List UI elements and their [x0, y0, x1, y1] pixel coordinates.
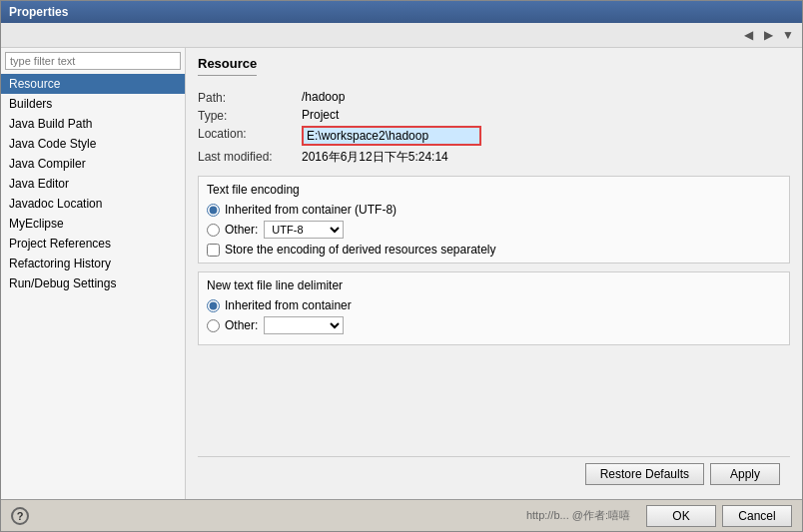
- other-encoding-row: Other: UTF-8 UTF-16 ISO-8859-1: [207, 221, 781, 239]
- sidebar-item-builders[interactable]: Builders: [1, 94, 185, 114]
- title-label: Properties: [9, 5, 68, 19]
- delimiter-select[interactable]: Windows Unix: [264, 316, 344, 334]
- last-modified-value: 2016年6月12日下午5:24:14: [302, 149, 790, 166]
- inherited-encoding-row: Inherited from container (UTF-8): [207, 203, 781, 217]
- dialog-content: Resource Builders Java Build Path Java C…: [1, 48, 802, 499]
- title-bar: Properties: [1, 1, 802, 23]
- spacer: [198, 353, 790, 456]
- path-value: /hadoop: [302, 90, 790, 105]
- restore-defaults-button[interactable]: Restore Defaults: [585, 463, 704, 485]
- sidebar-item-java-compiler[interactable]: Java Compiler: [1, 154, 185, 174]
- other-encoding-radio[interactable]: [207, 224, 220, 237]
- bottom-bar: Restore Defaults Apply: [198, 456, 790, 491]
- location-input[interactable]: [302, 126, 481, 146]
- right-panel: Resource Path: /hadoop Type: Project Loc…: [186, 48, 802, 499]
- text-encoding-section: Text file encoding Inherited from contai…: [198, 176, 790, 264]
- location-label: Location:: [198, 126, 298, 146]
- section-title: Resource: [198, 56, 257, 76]
- sidebar-item-refactoring-history[interactable]: Refactoring History: [1, 254, 185, 273]
- sidebar-item-javadoc-location[interactable]: Javadoc Location: [1, 194, 185, 214]
- inherited-encoding-label: Inherited from container (UTF-8): [225, 203, 397, 217]
- sidebar-item-resource[interactable]: Resource: [1, 74, 185, 94]
- footer-watermark: http://b... @作者:嘻嘻: [526, 508, 630, 523]
- footer-left: ?: [11, 507, 29, 525]
- other-delimiter-label: Other:: [225, 318, 258, 332]
- store-encoding-label: Store the encoding of derived resources …: [225, 243, 496, 257]
- inherited-delimiter-radio[interactable]: [207, 299, 220, 312]
- sidebar-item-java-code-style[interactable]: Java Code Style: [1, 134, 185, 154]
- nav-list: Resource Builders Java Build Path Java C…: [1, 74, 185, 499]
- sidebar-item-run-debug-settings[interactable]: Run/Debug Settings: [1, 273, 185, 293]
- last-modified-label: Last modified:: [198, 149, 298, 166]
- inherited-delimiter-label: Inherited from container: [225, 298, 352, 312]
- menu-button[interactable]: ▼: [778, 25, 798, 45]
- sidebar-item-java-editor[interactable]: Java Editor: [1, 174, 185, 194]
- inherited-encoding-radio[interactable]: [207, 204, 220, 217]
- delimiter-title: New text file line delimiter: [207, 278, 781, 292]
- type-value: Project: [302, 108, 790, 123]
- back-button[interactable]: ◀: [738, 25, 758, 45]
- store-encoding-row: Store the encoding of derived resources …: [207, 243, 781, 257]
- line-delimiter-section: New text file line delimiter Inherited f…: [198, 271, 790, 345]
- inherited-delimiter-row: Inherited from container: [207, 298, 781, 312]
- location-value: [302, 126, 790, 146]
- sidebar-item-myeclipse[interactable]: MyEclipse: [1, 214, 185, 234]
- sidebar-item-project-references[interactable]: Project References: [1, 234, 185, 254]
- toolbar: ◀ ▶ ▼: [1, 23, 802, 48]
- encoding-title: Text file encoding: [207, 183, 781, 197]
- right-header: Resource: [198, 56, 790, 84]
- footer-right: http://b... @作者:嘻嘻 OK Cancel: [526, 505, 792, 527]
- left-panel: Resource Builders Java Build Path Java C…: [1, 48, 186, 499]
- other-encoding-label: Other:: [225, 223, 258, 237]
- encoding-select[interactable]: UTF-8 UTF-16 ISO-8859-1: [264, 221, 344, 239]
- footer-bar: ? http://b... @作者:嘻嘻 OK Cancel: [1, 499, 802, 531]
- sidebar-item-java-build-path[interactable]: Java Build Path: [1, 114, 185, 134]
- apply-button[interactable]: Apply: [710, 463, 780, 485]
- other-delimiter-radio[interactable]: [207, 319, 220, 332]
- forward-button[interactable]: ▶: [758, 25, 778, 45]
- other-delimiter-row: Other: Windows Unix: [207, 316, 781, 334]
- path-label: Path:: [198, 90, 298, 105]
- property-table: Path: /hadoop Type: Project Location: La…: [198, 90, 790, 166]
- ok-button[interactable]: OK: [646, 505, 716, 527]
- filter-input[interactable]: [5, 52, 181, 70]
- properties-dialog: Properties ◀ ▶ ▼ Resource Builders Java …: [0, 0, 803, 532]
- cancel-button[interactable]: Cancel: [722, 505, 792, 527]
- help-icon[interactable]: ?: [11, 507, 29, 525]
- type-label: Type:: [198, 108, 298, 123]
- store-encoding-checkbox[interactable]: [207, 244, 220, 257]
